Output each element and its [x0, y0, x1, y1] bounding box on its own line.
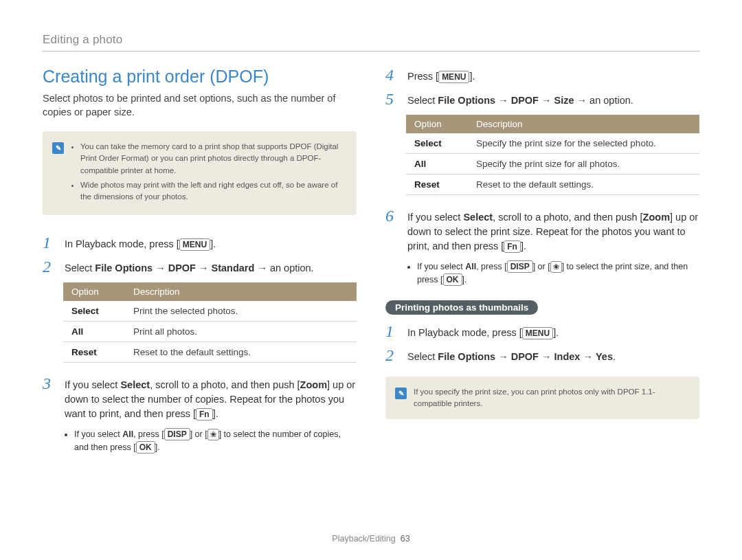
step-number: 5: [385, 91, 399, 107]
cell: All: [63, 322, 125, 342]
bold: Index: [554, 351, 581, 362]
col-option: Option: [63, 282, 125, 301]
cell: Reset to the default settings.: [125, 342, 357, 363]
step-text: In Playback mode, press [MENU].: [65, 234, 216, 251]
arrow: →: [539, 351, 554, 362]
bold: DPOF: [168, 262, 196, 273]
text: ].: [210, 238, 216, 249]
text: In Playback mode, press [: [407, 327, 522, 338]
disp-key: DISP: [164, 428, 190, 440]
text: , press [: [133, 429, 164, 439]
cell: Reset: [63, 342, 125, 363]
note-box-2: ✎ If you specify the print size, you can…: [385, 377, 699, 420]
note-icon: ✎: [52, 142, 64, 154]
arrow: →: [495, 95, 511, 106]
step-5: 5 Select File Options → DPOF → Size → an…: [385, 91, 699, 108]
bold: File Options: [95, 262, 153, 273]
note-body: If you specify the print size, you can p…: [414, 386, 690, 410]
note-body: You can take the memory card to a print …: [71, 141, 347, 205]
table-row: ResetReset to the default settings.: [63, 342, 357, 363]
note-icon: ✎: [395, 388, 407, 399]
bold: File Options: [438, 95, 495, 106]
text: ].: [213, 408, 218, 419]
bold: Size: [554, 95, 574, 106]
step-text: Press [MENU].: [407, 67, 475, 84]
bold: DPOF: [511, 95, 539, 106]
bold: Select: [463, 212, 493, 223]
text: → an option.: [254, 262, 313, 273]
step-6: 6 If you select Select, scroll to a phot…: [385, 208, 699, 254]
fn-key: Fn: [196, 408, 213, 421]
bold: All: [465, 262, 476, 271]
text: ] or [: [533, 262, 550, 271]
step-number: 1: [385, 323, 399, 339]
table-row: AllPrint all photos.: [63, 322, 357, 342]
bold: Zoom: [300, 379, 327, 390]
col-description: Description: [125, 282, 357, 301]
step-number: 6: [385, 208, 399, 224]
step-text: Select File Options → DPOF → Index → Yes…: [407, 347, 616, 364]
options-table-size: Option Description SelectSpecify the pri…: [406, 115, 699, 195]
step-4: 4 Press [MENU].: [385, 67, 699, 84]
macro-icon: ❀: [207, 429, 219, 440]
note-item: Wide photos may print with the left and …: [80, 179, 347, 203]
step-text: Select File Options → DPOF → Standard → …: [65, 258, 314, 276]
step-6-sub: If you select All, press [DISP] or [❀] t…: [385, 260, 699, 287]
right-column: 4 Press [MENU]. 5 Select File Options → …: [385, 67, 699, 464]
step-text: In Playback mode, press [MENU].: [407, 323, 559, 340]
text: ].: [553, 327, 559, 338]
options-table-standard: Option Description SelectPrint the selec…: [63, 282, 357, 363]
step-text: If you select Select, scroll to a photo,…: [407, 208, 699, 254]
footer-page: 63: [401, 534, 410, 544]
sub-bullet: If you select All, press [DISP] or [❀] t…: [74, 428, 357, 454]
cell: Reset to the default settings.: [468, 175, 699, 195]
text: , scroll to a photo, and then push [: [493, 212, 642, 223]
arrow: →: [539, 95, 554, 106]
text: Select: [407, 95, 438, 106]
arrow: →: [196, 262, 212, 273]
bold: Yes: [596, 351, 613, 362]
step-3: 3 If you select Select, scroll to a phot…: [43, 375, 357, 421]
arrow: →: [495, 351, 511, 362]
text: If you select: [65, 379, 120, 390]
text: , press [: [476, 262, 506, 271]
table-header-row: Option Description: [63, 282, 357, 301]
step-text: Select File Options → DPOF → Size → an o…: [407, 91, 633, 108]
bold: Standard: [212, 262, 255, 273]
step-1: 1 In Playback mode, press [MENU].: [43, 234, 357, 251]
text: Select: [65, 262, 95, 273]
breadcrumb: Editing a photo: [43, 33, 699, 52]
bold: Zoom: [643, 212, 670, 223]
table-row: SelectSpecify the print size for the sel…: [406, 133, 699, 154]
page-footer: Playback/Editing 63: [0, 534, 742, 544]
step-number: 1: [43, 234, 56, 251]
col-description: Description: [468, 115, 699, 133]
step-number: 2: [43, 258, 56, 275]
text: ].: [469, 71, 475, 82]
arrow: →: [153, 262, 168, 273]
menu-key: MENU: [438, 71, 469, 83]
cell: Print all photos.: [125, 322, 357, 342]
thumb-step-2: 2 Select File Options → DPOF → Index → Y…: [385, 347, 699, 364]
left-column: Creating a print order (DPOF) Select pho…: [43, 67, 357, 464]
note-box-1: ✎ You can take the memory card to a prin…: [43, 131, 357, 215]
disp-key: DISP: [507, 260, 533, 273]
menu-key: MENU: [179, 238, 210, 251]
table-header-row: Option Description: [406, 115, 699, 133]
page-title: Creating a print order (DPOF): [43, 67, 357, 87]
bold: File Options: [438, 351, 495, 362]
step-text: If you select Select, scroll to a photo,…: [65, 375, 357, 421]
fn-key: Fn: [504, 240, 521, 253]
main-columns: Creating a print order (DPOF) Select pho…: [43, 67, 699, 464]
cell: Select: [406, 133, 468, 154]
cell: Specify the print size for the selected …: [468, 133, 699, 154]
step-3-sub: If you select All, press [DISP] or [❀] t…: [43, 428, 357, 454]
step-number: 2: [385, 347, 399, 363]
thumbnails-heading: Printing photos as thumbnails: [385, 300, 538, 315]
text: If you select: [417, 262, 465, 271]
text: Press [: [407, 71, 438, 82]
text: ] or [: [190, 429, 207, 439]
table-row: AllSpecify the print size for all photos…: [406, 154, 699, 175]
text: ].: [521, 240, 526, 251]
cell: Reset: [406, 175, 468, 195]
